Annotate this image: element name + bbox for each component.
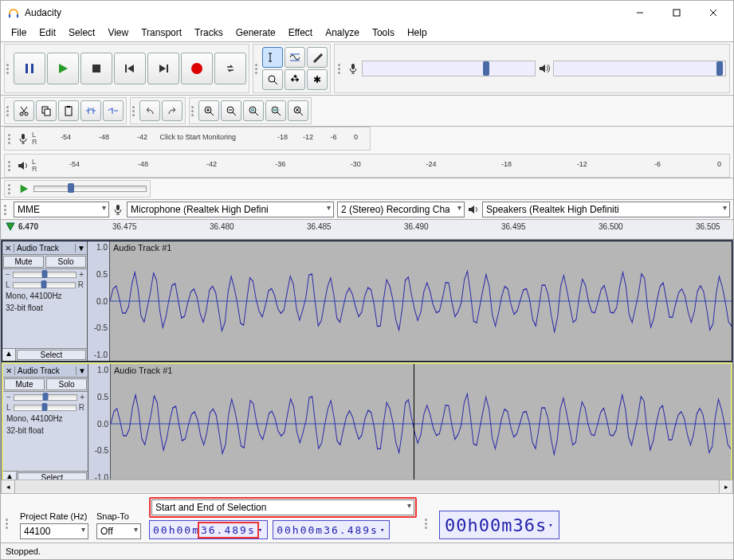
track-close-button[interactable]: ✕ xyxy=(3,366,15,375)
record-icon xyxy=(191,63,202,74)
menu-help[interactable]: Help xyxy=(402,25,433,40)
zoom-tool[interactable] xyxy=(262,69,283,90)
redo-button[interactable] xyxy=(162,100,183,121)
menu-select[interactable]: Select xyxy=(63,25,100,40)
track-collapse-button[interactable]: ▲ xyxy=(2,349,16,361)
multi-tool[interactable]: ✱ xyxy=(307,69,328,90)
gain-slider[interactable] xyxy=(13,272,77,278)
window-title: Audacity xyxy=(25,7,61,18)
recording-channels-select[interactable]: 2 (Stereo) Recording Chann xyxy=(337,202,465,217)
solo-button[interactable]: Solo xyxy=(46,378,87,390)
track-format-label: Mono, 44100Hz xyxy=(3,413,88,425)
pause-button[interactable] xyxy=(14,53,45,84)
timeline-ruler[interactable]: 6.470 36.475 36.480 36.485 36.490 36.495… xyxy=(1,220,733,240)
undo-button[interactable] xyxy=(139,100,160,121)
rec-meter-scale[interactable]: -54 -48 -42 Click to Start Monitoring -1… xyxy=(41,127,359,150)
snap-to-select[interactable]: Off xyxy=(96,523,141,539)
audio-host-select[interactable]: MME xyxy=(14,202,109,217)
menu-transport[interactable]: Transport xyxy=(135,25,187,40)
recording-meter-widget[interactable]: LR -54 -48 -42 Click to Start Monitoring… xyxy=(4,127,371,151)
zoom-in-button[interactable] xyxy=(198,100,219,121)
play-button[interactable] xyxy=(47,53,79,84)
mute-button[interactable]: Mute xyxy=(4,378,45,390)
copy-button[interactable] xyxy=(36,100,57,121)
project-rate-select[interactable]: 44100 xyxy=(20,523,88,539)
menu-file[interactable]: File xyxy=(6,25,32,40)
track-collapse-button[interactable]: ▲ xyxy=(3,472,17,480)
maximize-button[interactable] xyxy=(658,1,695,25)
trim-button[interactable] xyxy=(80,100,101,121)
minimize-button[interactable] xyxy=(622,1,658,25)
vertical-scale[interactable]: 1.00.50.0-0.5-1.0 xyxy=(88,241,110,361)
play-level-slider[interactable] xyxy=(716,61,723,76)
playback-device-select[interactable]: Speakers (Realtek High Definiti xyxy=(482,202,730,217)
audio-track[interactable]: ✕Audio Track▼MuteSolo−+LRMono, 44100Hz32… xyxy=(2,362,732,480)
play-at-speed-button[interactable] xyxy=(18,182,30,195)
pan-slider[interactable] xyxy=(14,405,77,411)
click-to-monitor[interactable]: Click to Start Monitoring xyxy=(160,133,237,141)
record-meter[interactable] xyxy=(334,44,730,93)
envelope-tool[interactable] xyxy=(285,47,305,68)
track-name-label[interactable]: Audio Track xyxy=(15,366,76,375)
svg-rect-9 xyxy=(92,65,100,72)
menu-edit[interactable]: Edit xyxy=(33,25,61,40)
fit-selection-button[interactable] xyxy=(243,100,264,121)
menu-analyze[interactable]: Analyze xyxy=(320,25,365,40)
selection-start-time[interactable]: 00h00m36.489s▾ xyxy=(149,520,268,539)
svg-rect-46 xyxy=(251,108,254,112)
selection-mode-select[interactable]: Start and End of Selection xyxy=(151,499,414,515)
paste-button[interactable] xyxy=(58,100,79,121)
zoom-out-button[interactable] xyxy=(221,100,241,121)
track-select-button[interactable]: Select xyxy=(17,350,86,360)
rec-level-slider[interactable] xyxy=(483,61,489,76)
pan-slider[interactable] xyxy=(13,282,76,288)
silence-button[interactable] xyxy=(103,100,124,121)
loop-button[interactable] xyxy=(214,53,246,84)
audio-position-time[interactable]: 00h00m36s▾ xyxy=(439,511,559,539)
scroll-left-button[interactable]: ◂ xyxy=(1,480,15,494)
gain-slider[interactable] xyxy=(14,394,77,401)
play-meter-scale[interactable]: -54 -48 -42 -36 -30 -24 -18 -12 -6 0 xyxy=(41,155,727,177)
lr-label: LR xyxy=(32,159,37,173)
selection-end-time[interactable]: 00h00m36.489s▾ xyxy=(273,520,390,539)
skip-start-button[interactable] xyxy=(114,53,146,84)
mute-button[interactable]: Mute xyxy=(3,256,44,268)
close-button[interactable] xyxy=(695,1,732,25)
menu-view[interactable]: View xyxy=(102,25,134,40)
fit-project-button[interactable] xyxy=(265,100,286,121)
waveform-display[interactable]: Audio Track #1 xyxy=(111,364,731,480)
vertical-scale[interactable]: 1.00.50.0-0.5-1.0 xyxy=(88,364,111,480)
track-bitdepth-label: 32-bit float xyxy=(2,302,87,314)
playback-speed-slider[interactable] xyxy=(33,186,147,192)
stop-button[interactable] xyxy=(80,53,112,84)
recording-device-select[interactable]: Microphone (Realtek High Defini xyxy=(127,202,334,217)
waveform-display[interactable]: Audio Track #1 xyxy=(110,241,732,361)
track-name-label[interactable]: Audio Track xyxy=(14,244,75,253)
record-button[interactable] xyxy=(181,53,213,84)
track-menu-button[interactable]: ▼ xyxy=(75,244,87,253)
play-head-icon[interactable] xyxy=(6,222,15,233)
horizontal-scrollbar[interactable]: ◂ ▸ xyxy=(1,480,733,493)
cut-button[interactable] xyxy=(14,100,34,121)
track-select-button[interactable]: Select xyxy=(18,472,87,480)
track-menu-button[interactable]: ▼ xyxy=(76,366,88,375)
audio-track[interactable]: ✕Audio Track▼MuteSolo−+LRMono, 44100Hz32… xyxy=(2,241,732,362)
zoom-toolbar xyxy=(189,97,312,124)
skip-end-button[interactable] xyxy=(147,53,179,84)
tracks-area[interactable]: ✕Audio Track▼MuteSolo−+LRMono, 44100Hz32… xyxy=(1,240,733,480)
menu-generate[interactable]: Generate xyxy=(230,25,281,40)
svg-rect-10 xyxy=(125,65,127,72)
timeshift-tool[interactable]: ✱ xyxy=(285,69,305,90)
menu-tools[interactable]: Tools xyxy=(367,25,400,40)
solo-button[interactable]: Solo xyxy=(45,256,86,268)
microphone-icon xyxy=(18,133,29,144)
playback-meter-widget[interactable]: LR -54 -48 -42 -36 -30 -24 -18 -12 -6 0 xyxy=(4,154,730,178)
menu-tracks[interactable]: Tracks xyxy=(189,25,229,40)
zoom-toggle-button[interactable] xyxy=(288,100,308,121)
draw-tool[interactable] xyxy=(307,47,328,68)
menu-effect[interactable]: Effect xyxy=(283,25,318,40)
scroll-right-button[interactable]: ▸ xyxy=(719,480,733,494)
selection-tool[interactable] xyxy=(262,47,283,68)
speaker-icon xyxy=(468,204,479,215)
track-close-button[interactable]: ✕ xyxy=(2,244,14,253)
